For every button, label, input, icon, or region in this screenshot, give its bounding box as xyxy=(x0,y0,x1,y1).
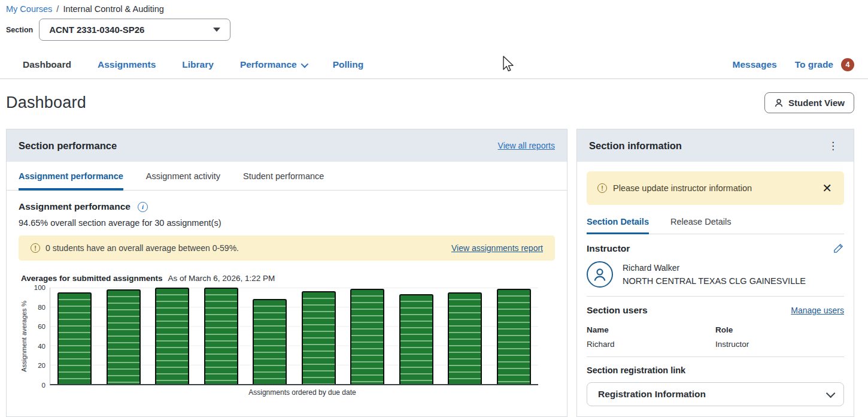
nav-item-to-grade[interactable]: To grade 4 xyxy=(795,58,854,71)
y-axis-ticks: 100 80 60 40 20 0 xyxy=(29,288,50,385)
bar xyxy=(155,288,189,384)
breadcrumb-my-courses[interactable]: My Courses xyxy=(6,4,52,14)
section-information-title: Section information xyxy=(589,140,682,152)
alert-icon: ! xyxy=(597,183,607,193)
kebab-menu-icon[interactable]: ⋮ xyxy=(824,138,842,153)
section-performance-title: Section performance xyxy=(19,140,117,152)
nav-item-assignments[interactable]: Assignments xyxy=(98,59,156,70)
divider xyxy=(587,356,844,357)
top-header: My Courses / Internal Control & Auditing… xyxy=(0,0,868,41)
banner-text: 0 students have an overall average betwe… xyxy=(45,243,239,253)
person-icon xyxy=(774,98,784,108)
bar xyxy=(497,289,531,384)
section-label: Section xyxy=(6,26,33,34)
close-icon[interactable]: ✕ xyxy=(818,181,836,195)
nav-item-polling[interactable]: Polling xyxy=(333,59,364,70)
assignment-performance-heading: Assignment performance xyxy=(19,201,130,212)
nav-item-dashboard[interactable]: Dashboard xyxy=(23,59,71,70)
user-role-cell: Instructor xyxy=(715,340,844,354)
chart-plot xyxy=(50,288,538,385)
view-all-reports-link[interactable]: View all reports xyxy=(498,141,555,150)
tab-section-details[interactable]: Section Details xyxy=(587,217,649,234)
section-average-summary: 94.65% overall section average for 30 as… xyxy=(19,218,555,228)
y-axis-label: Assignment averages % xyxy=(20,301,28,372)
table-row: Richard Instructor xyxy=(587,340,844,354)
main-nav: Dashboard Assignments Library Performanc… xyxy=(0,51,868,79)
view-assignments-report-link[interactable]: View assignments report xyxy=(451,243,543,253)
manage-users-link[interactable]: Manage users xyxy=(791,306,844,315)
section-users-heading: Section users xyxy=(587,305,648,316)
chart-as-of: As of March 6, 2026, 1:22 PM xyxy=(168,274,275,283)
instructor-school: NORTH CENTRAL TEXAS CLG GAINESVILLE xyxy=(623,276,806,286)
avatar xyxy=(587,261,613,288)
bar xyxy=(107,289,141,384)
student-view-button[interactable]: Student View xyxy=(764,92,854,113)
bar xyxy=(448,292,482,384)
accordion-label: Registration Information xyxy=(598,389,706,400)
users-table-header-name: Name xyxy=(587,325,715,340)
section-information-panel: Section information ⋮ ! Please update in… xyxy=(576,129,854,417)
section-performance-panel: Section performance View all reports Ass… xyxy=(6,129,567,417)
bar-chart: Assignment averages % 100 80 60 40 20 0 xyxy=(19,288,555,385)
student-view-label: Student View xyxy=(788,98,845,108)
nav-item-messages[interactable]: Messages xyxy=(733,59,777,70)
to-grade-count-badge: 4 xyxy=(841,58,854,71)
bar xyxy=(350,289,384,384)
registration-link-heading: Section registration link xyxy=(587,365,844,375)
edit-pencil-icon[interactable] xyxy=(833,243,844,254)
chevron-down-icon xyxy=(826,388,836,398)
breadcrumb-course: Internal Control & Auditing xyxy=(63,4,163,14)
tab-release-details[interactable]: Release Details xyxy=(670,217,732,234)
alert-text: Please update instructor information xyxy=(613,183,752,193)
divider xyxy=(587,296,844,297)
instructor-heading: Instructor xyxy=(587,243,630,254)
instructor-name: Richard Walker xyxy=(623,263,806,273)
section-dropdown[interactable]: ACNT 2331-0340-SP26 xyxy=(39,19,230,41)
registration-information-accordion[interactable]: Registration Information xyxy=(587,382,844,406)
bar xyxy=(302,291,336,384)
chevron-down-icon xyxy=(213,28,220,32)
bar xyxy=(57,292,92,384)
breadcrumb-separator: / xyxy=(56,4,59,14)
tab-assignment-activity[interactable]: Assignment activity xyxy=(146,171,220,191)
tab-student-performance[interactable]: Student performance xyxy=(243,171,324,191)
person-icon xyxy=(592,267,608,282)
nav-item-library[interactable]: Library xyxy=(182,59,214,70)
tab-assignment-performance[interactable]: Assignment performance xyxy=(19,171,123,191)
section-dropdown-value: ACNT 2331-0340-SP26 xyxy=(49,25,144,35)
chevron-down-icon xyxy=(301,60,308,68)
page-title: Dashboard xyxy=(6,93,86,112)
x-axis-label: Assignments ordered by due date xyxy=(50,388,555,397)
bar xyxy=(204,288,238,384)
students-average-banner: ! 0 students have an overall average bet… xyxy=(19,235,555,261)
section-info-tabs: Section Details Release Details xyxy=(587,217,844,234)
nav-item-performance[interactable]: Performance xyxy=(240,59,306,70)
performance-tabs: Assignment performance Assignment activi… xyxy=(7,162,567,191)
user-name-cell: Richard xyxy=(587,340,715,354)
bar xyxy=(253,299,287,384)
breadcrumb: My Courses / Internal Control & Auditing xyxy=(6,4,868,14)
instructor-info-alert: ! Please update instructor information ✕ xyxy=(587,171,844,205)
bar xyxy=(399,294,433,384)
info-icon[interactable]: i xyxy=(138,202,148,212)
chart-title: Averages for submitted assignments xyxy=(21,274,163,283)
section-users-table: Name Role Richard Instructor xyxy=(587,325,844,354)
alert-icon: ! xyxy=(31,243,40,253)
users-table-header-role: Role xyxy=(715,325,844,340)
